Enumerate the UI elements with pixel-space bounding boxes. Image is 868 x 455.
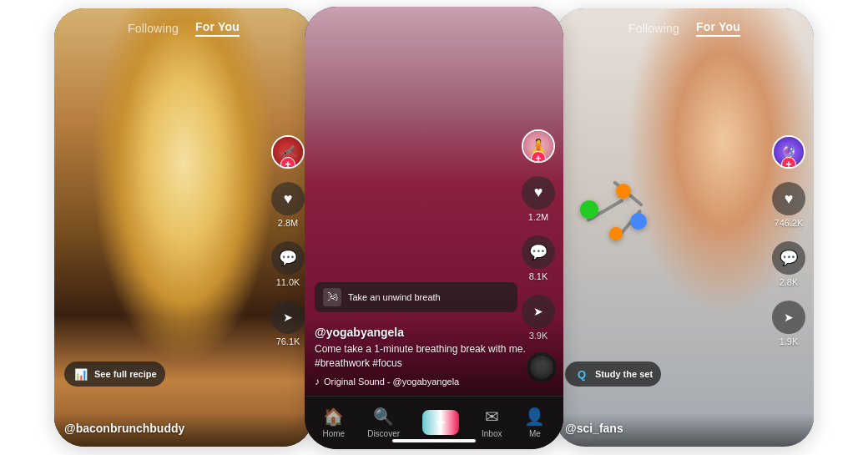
bottom-overlay-science: @sci_fans: [555, 413, 814, 447]
heart-icon-cooking: ♥: [271, 182, 305, 215]
comment-btn-science[interactable]: 💬 2.8K: [772, 241, 805, 287]
breathe-icon: 🌬: [323, 288, 341, 306]
tab-discover[interactable]: 🔍 Discover: [367, 407, 400, 438]
share-btn-science[interactable]: ➤ 1.9K: [772, 301, 805, 346]
comment-count-cooking: 11.0K: [276, 277, 300, 287]
heart-btn-science[interactable]: ♥ 746.2K: [772, 182, 805, 228]
share-icon-cooking: ➤: [271, 301, 305, 334]
share-btn-cooking[interactable]: ➤ 76.1K: [271, 301, 305, 346]
tab-discover-label: Discover: [367, 429, 400, 438]
bottom-overlay-yoga: @yogabyangela Come take a 1-minute breat…: [305, 317, 563, 396]
phone-science: Following For You 🔮 + ♥ 746.2K 💬 2.8K ➤ …: [555, 8, 814, 447]
comment-count-yoga: 8.1K: [529, 271, 548, 281]
music-note-yoga: ♪: [315, 376, 320, 387]
breathe-text: Take an unwind breath: [348, 292, 441, 302]
breathe-badge: 🌬 Take an unwind breath: [315, 282, 517, 312]
recipe-text-cooking: See full recipe: [94, 369, 157, 379]
username-science: @sci_fans: [565, 422, 804, 435]
avatar-science[interactable]: 🔮 +: [772, 135, 805, 169]
nav-following-cooking[interactable]: Following: [128, 22, 179, 35]
tab-home[interactable]: 🏠 Home: [322, 407, 345, 438]
molecule-visual: [576, 167, 659, 259]
follow-plus-yoga[interactable]: +: [531, 151, 546, 163]
comment-icon-science: 💬: [772, 241, 805, 275]
home-icon: 🏠: [323, 407, 344, 427]
tab-add-button[interactable]: +: [422, 410, 459, 435]
username-cooking: @baconbrunchbuddy: [64, 422, 303, 435]
follow-plus-cooking[interactable]: +: [280, 157, 295, 169]
heart-count-cooking: 2.8M: [278, 218, 298, 228]
top-nav-science: Following For You: [555, 20, 814, 37]
comment-icon-yoga: 💬: [522, 235, 555, 269]
share-icon-science: ➤: [772, 301, 805, 334]
comment-btn-cooking[interactable]: 💬 11.0K: [271, 241, 305, 287]
study-badge-science[interactable]: Q Study the set: [565, 361, 661, 387]
follow-plus-science[interactable]: +: [781, 157, 796, 169]
top-nav-cooking: Following For You: [54, 20, 313, 37]
phones-container: Following For You 🦟 + ♥ 2.8M 💬 11.0K ➤ 7…: [0, 0, 868, 455]
me-icon: 👤: [524, 407, 545, 427]
recipe-icon-cooking: 📊: [73, 366, 89, 382]
study-icon-science: Q: [573, 366, 590, 382]
phone-yoga: 🧘 + ♥ 1.2M 💬 8.1K ➤ 3.9K 🌬 Take an unwin…: [305, 7, 563, 449]
plus-icon: +: [436, 413, 446, 432]
comment-btn-yoga[interactable]: 💬 8.1K: [522, 235, 555, 281]
sound-bar-yoga: ♪ Original Sound - @yogabyangela: [315, 376, 553, 387]
nav-following-science[interactable]: Following: [628, 22, 679, 35]
tab-home-label: Home: [322, 429, 345, 438]
heart-icon-science: ♥: [772, 182, 805, 215]
recipe-badge-cooking[interactable]: 📊 See full recipe: [64, 361, 165, 387]
study-text-science: Study the set: [595, 369, 653, 379]
nav-foryou-cooking[interactable]: For You: [195, 20, 240, 37]
heart-btn-yoga[interactable]: ♥ 1.2M: [522, 176, 555, 222]
inbox-icon: ✉: [485, 407, 499, 427]
avatar-cooking[interactable]: 🦟 +: [271, 135, 305, 169]
nav-foryou-science[interactable]: For You: [696, 20, 740, 37]
tab-inbox[interactable]: ✉ Inbox: [482, 407, 502, 438]
avatar-yoga[interactable]: 🧘 +: [522, 129, 555, 163]
description-yoga: Come take a 1-minute breathing break wit…: [315, 342, 553, 371]
right-icons-cooking: 🦟 + ♥ 2.8M 💬 11.0K ➤ 76.1K: [271, 135, 305, 346]
bottom-overlay-cooking: @baconbrunchbuddy: [54, 413, 313, 447]
phone-cooking: Following For You 🦟 + ♥ 2.8M 💬 11.0K ➤ 7…: [54, 8, 313, 447]
sound-text-yoga: Original Sound - @yogabyangela: [324, 377, 459, 387]
heart-count-yoga: 1.2M: [528, 212, 548, 222]
tab-inbox-label: Inbox: [482, 429, 502, 438]
username-yoga: @yogabyangela: [315, 326, 553, 339]
home-indicator-yoga: [392, 439, 476, 442]
tab-me-label: Me: [529, 429, 541, 438]
tab-me[interactable]: 👤 Me: [524, 407, 545, 438]
heart-icon-yoga: ♥: [522, 176, 555, 210]
right-icons-science: 🔮 + ♥ 746.2K 💬 2.8K ➤ 1.9K: [772, 135, 805, 346]
heart-btn-cooking[interactable]: ♥ 2.8M: [271, 182, 305, 228]
heart-count-science: 746.2K: [775, 218, 804, 228]
comment-count-science: 2.8K: [780, 277, 799, 287]
discover-icon: 🔍: [373, 407, 394, 427]
comment-icon-cooking: 💬: [271, 241, 305, 275]
share-count-cooking: 76.1K: [276, 336, 300, 346]
share-count-science: 1.9K: [780, 336, 799, 346]
right-icons-yoga: 🧘 + ♥ 1.2M 💬 8.1K ➤ 3.9K: [522, 129, 555, 341]
